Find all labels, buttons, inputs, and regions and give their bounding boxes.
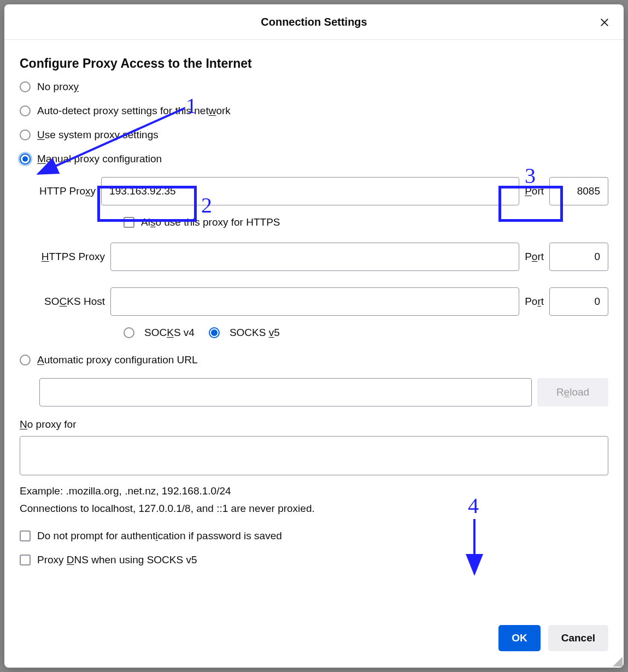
no-prompt-row[interactable]: Do not prompt for authentication if pass… <box>20 530 608 542</box>
http-proxy-label: HTTP Proxy <box>39 185 96 197</box>
no-proxy-for-input[interactable] <box>20 436 608 475</box>
radio-label: Use system proxy settings <box>37 129 159 141</box>
https-proxy-input[interactable] <box>110 243 519 271</box>
localhost-note: Connections to localhost, 127.0.0.1/8, a… <box>20 503 608 515</box>
socks-host-label: SOCKS Host <box>39 296 105 308</box>
socks-port-input[interactable] <box>549 287 608 316</box>
checkbox-label: Proxy DNS when using SOCKS v5 <box>37 554 197 566</box>
radio-auto-url[interactable]: Automatic proxy configuration URL <box>20 354 608 366</box>
socks-host-input[interactable] <box>110 287 519 316</box>
dialog-body: Configure Proxy Access to the Internet N… <box>4 40 624 615</box>
http-proxy-input[interactable] <box>101 177 519 205</box>
cancel-button[interactable]: Cancel <box>548 625 608 651</box>
radio-manual[interactable]: Manual proxy configuration <box>20 153 608 165</box>
radio-no-proxy[interactable]: No proxy <box>20 81 608 93</box>
radio-icon <box>20 154 31 164</box>
connection-settings-dialog: Connection Settings Configure Proxy Acce… <box>4 4 624 668</box>
radio-label: Manual proxy configuration <box>37 153 162 165</box>
checkbox-label: Also use this proxy for HTTPS <box>141 216 280 228</box>
resize-grip-icon[interactable] <box>613 657 623 667</box>
http-port-label: Port <box>525 185 544 197</box>
radio-socks-v4[interactable] <box>124 327 134 338</box>
radio-label: Automatic proxy configuration URL <box>37 354 198 366</box>
socks-port-label: Port <box>525 296 544 308</box>
https-proxy-row: HTTPS Proxy Port <box>39 243 608 271</box>
radio-icon <box>20 355 31 366</box>
radio-auto-detect[interactable]: Auto-detect proxy settings for this netw… <box>20 105 608 117</box>
radio-socks-v5[interactable] <box>209 327 220 338</box>
close-button[interactable] <box>596 14 613 31</box>
radio-label: Auto-detect proxy settings for this netw… <box>37 105 231 117</box>
checkbox-icon <box>20 555 31 565</box>
radio-label: No proxy <box>37 81 79 93</box>
dialog-header: Connection Settings <box>4 4 624 40</box>
radio-icon <box>20 105 31 116</box>
checkbox-icon <box>20 530 31 541</box>
auto-url-input[interactable] <box>39 378 532 406</box>
https-port-label: Port <box>525 251 544 263</box>
radio-icon <box>20 81 31 92</box>
socks-v5-label: SOCKS v5 <box>230 327 280 339</box>
ok-button[interactable]: OK <box>498 625 541 651</box>
close-icon <box>599 17 610 28</box>
checkbox-icon <box>124 217 134 228</box>
http-port-input[interactable] <box>549 177 608 205</box>
manual-config-panel: HTTP Proxy Port Also use this proxy for … <box>20 177 608 339</box>
example-text: Example: .mozilla.org, .net.nz, 192.168.… <box>20 485 608 497</box>
no-proxy-for-label: No proxy for <box>20 418 608 431</box>
also-https-row[interactable]: Also use this proxy for HTTPS <box>39 216 608 228</box>
http-proxy-row: HTTP Proxy Port <box>39 177 608 205</box>
socks-host-row: SOCKS Host Port <box>39 287 608 316</box>
https-proxy-label: HTTPS Proxy <box>39 251 105 263</box>
auto-url-row: Reload <box>20 378 608 406</box>
reload-button[interactable]: Reload <box>537 378 608 406</box>
proxy-dns-row[interactable]: Proxy DNS when using SOCKS v5 <box>20 554 608 566</box>
section-heading: Configure Proxy Access to the Internet <box>20 56 608 71</box>
radio-icon <box>20 129 31 140</box>
socks-v4-label: SOCKS v4 <box>144 327 195 339</box>
checkbox-label: Do not prompt for authentication if pass… <box>37 530 282 542</box>
dialog-footer: OK Cancel <box>4 615 624 668</box>
dialog-title: Connection Settings <box>261 16 367 28</box>
https-port-input[interactable] <box>549 243 608 271</box>
socks-version-row: SOCKS v4 SOCKS v5 <box>39 327 608 339</box>
radio-system[interactable]: Use system proxy settings <box>20 129 608 141</box>
